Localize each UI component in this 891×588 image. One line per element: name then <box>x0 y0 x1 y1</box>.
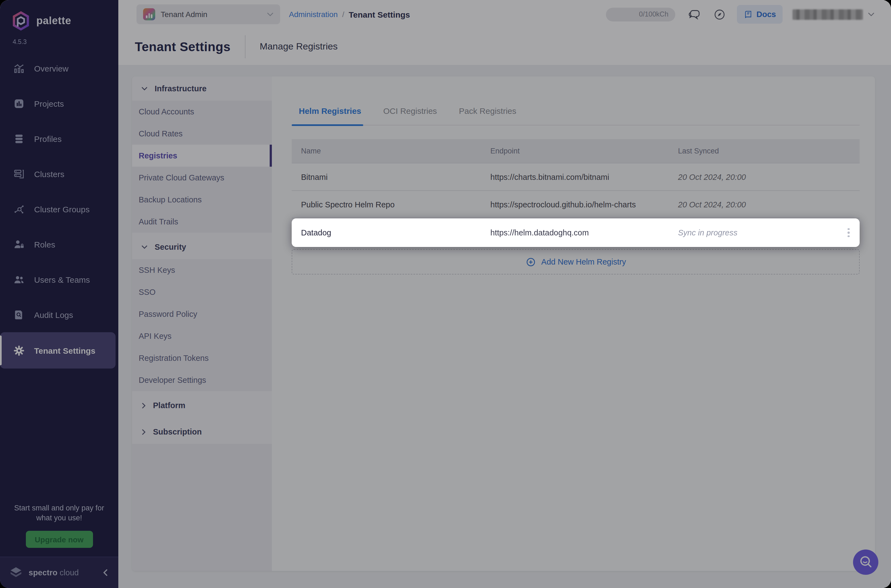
sidebar-item-label: Roles <box>34 240 55 249</box>
settings-item-registries[interactable]: Registries <box>132 145 272 166</box>
chevron-right-icon <box>141 402 146 408</box>
sidebar-footer: spectro cloud <box>0 556 118 588</box>
breadcrumb-administration-link[interactable]: Administration <box>289 10 338 19</box>
table-row[interactable]: Bitnami https://charts.bitnami.com/bitna… <box>291 164 859 191</box>
settings-item-registration-tokens[interactable]: Registration Tokens <box>132 347 272 369</box>
sidebar-item-clusters[interactable]: Clusters <box>0 156 118 191</box>
content-area: Infrastructure Cloud Accounts Cloud Rate… <box>118 65 891 588</box>
sidebar-item-label: Cluster Groups <box>34 204 90 214</box>
projects-icon <box>13 98 25 109</box>
registry-name: Public Spectro Helm Repo <box>301 200 490 209</box>
settings-item-api-keys[interactable]: API Keys <box>132 325 272 347</box>
section-security[interactable]: Security <box>132 235 272 259</box>
section-subscription[interactable]: Subscription <box>132 420 272 444</box>
spectro-cloud-brand: spectro cloud <box>29 568 79 577</box>
section-infrastructure[interactable]: Infrastructure <box>132 76 272 100</box>
registry-tabs: Helm Registries OCI Registries Pack Regi… <box>291 101 859 125</box>
section-platform[interactable]: Platform <box>132 393 272 417</box>
settings-card: Infrastructure Cloud Accounts Cloud Rate… <box>132 76 875 571</box>
page-header: Tenant Settings Manage Registries <box>118 28 891 65</box>
roles-icon <box>13 238 25 250</box>
clusters-icon <box>13 168 25 180</box>
page-subtitle: Manage Registries <box>260 41 338 52</box>
row-actions-kebab-icon[interactable] <box>846 226 852 239</box>
sidebar-item-overview[interactable]: Overview <box>0 51 118 86</box>
sidebar-collapse-icon[interactable] <box>102 569 110 576</box>
compass-icon[interactable] <box>713 8 726 21</box>
registry-name: Bitnami <box>301 172 490 181</box>
docs-label: Docs <box>756 10 776 19</box>
usage-quota-pill: 0/100kCh <box>606 8 675 21</box>
profiles-icon <box>13 133 25 144</box>
breadcrumb-separator: / <box>342 10 344 19</box>
search-icon <box>857 554 874 571</box>
search-fab[interactable] <box>853 549 878 575</box>
settings-item-cloud-rates[interactable]: Cloud Rates <box>132 123 272 145</box>
registry-last-synced: 20 Oct 2024, 20:00 <box>678 172 838 181</box>
sidebar-item-users-teams[interactable]: Users & Teams <box>0 262 118 297</box>
settings-item-sso[interactable]: SSO <box>132 281 272 303</box>
user-name-redacted <box>792 9 863 20</box>
tab-helm-registries[interactable]: Helm Registries <box>299 101 361 125</box>
upgrade-now-button[interactable]: Upgrade now <box>26 531 93 548</box>
sidebar-item-profiles[interactable]: Profiles <box>0 121 118 156</box>
add-circle-plus-icon <box>525 256 536 267</box>
sidebar: palette 4.5.3 Overview <box>0 0 118 588</box>
chevron-down-icon <box>141 86 147 91</box>
chevron-down-icon <box>267 12 273 16</box>
brand-name: palette <box>36 15 71 27</box>
settings-item-developer-settings[interactable]: Developer Settings <box>132 369 272 391</box>
settings-item-private-cloud-gateways[interactable]: Private Cloud Gateways <box>132 166 272 189</box>
settings-nav-panel: Infrastructure Cloud Accounts Cloud Rate… <box>132 76 272 571</box>
tab-pack-registries[interactable]: Pack Registries <box>459 101 516 125</box>
audit-logs-icon <box>13 309 25 320</box>
table-row-highlighted-datadog[interactable]: Datadog https://helm.datadoghq.com Sync … <box>291 218 859 247</box>
settings-item-password-policy[interactable]: Password Policy <box>132 303 272 325</box>
sidebar-item-label: Audit Logs <box>34 310 73 319</box>
tenant-admin-icon <box>143 8 155 20</box>
registry-sync-status: Sync in progress <box>678 228 838 237</box>
palette-app-window: palette 4.5.3 Overview <box>0 0 891 588</box>
docs-button[interactable]: Docs <box>737 5 783 24</box>
cluster-groups-icon <box>13 203 25 215</box>
project-scope-label: Tenant Admin <box>161 10 207 19</box>
column-name: Name <box>301 147 490 155</box>
header-divider <box>245 35 245 58</box>
add-new-helm-registry-label: Add New Helm Registry <box>541 257 626 266</box>
registry-endpoint: https://charts.bitnami.com/bitnami <box>490 172 678 181</box>
settings-item-cloud-accounts[interactable]: Cloud Accounts <box>132 100 272 123</box>
brand-logo: palette <box>11 11 118 31</box>
table-row[interactable]: Public Spectro Helm Repo https://spectro… <box>291 191 859 218</box>
sidebar-item-label: Overview <box>34 63 69 73</box>
chat-icon[interactable] <box>687 8 701 21</box>
infrastructure-items: Cloud Accounts Cloud Rates Registries Pr… <box>132 100 272 232</box>
topbar-actions: 0/100kCh <box>606 5 874 24</box>
stage: palette 4.5.3 Overview <box>0 0 891 588</box>
app-version: 4.5.3 <box>13 39 118 45</box>
settings-item-backup-locations[interactable]: Backup Locations <box>132 189 272 211</box>
sidebar-item-label: Users & Teams <box>34 275 90 284</box>
table-header: Name Endpoint Last Synced <box>291 139 859 164</box>
users-teams-icon <box>13 274 25 285</box>
sidebar-item-cluster-groups[interactable]: Cluster Groups <box>0 191 118 226</box>
upgrade-banner: Start small and only pay for what you us… <box>0 503 118 556</box>
user-menu[interactable] <box>792 9 874 20</box>
add-new-helm-registry-button[interactable]: Add New Helm Registry <box>291 249 859 274</box>
breadcrumb: Administration / Tenant Settings <box>289 10 410 19</box>
sidebar-item-audit-logs[interactable]: Audit Logs <box>0 297 118 332</box>
column-endpoint: Endpoint <box>490 147 678 155</box>
section-gap <box>132 417 272 420</box>
panel-filler <box>132 444 272 571</box>
chevron-down-icon <box>141 245 147 249</box>
sidebar-item-label: Profiles <box>34 134 62 143</box>
project-scope-selector[interactable]: Tenant Admin <box>137 4 280 24</box>
settings-item-audit-trails[interactable]: Audit Trails <box>132 211 272 232</box>
sidebar-item-tenant-settings[interactable]: Tenant Settings <box>0 332 116 369</box>
sidebar-item-label: Clusters <box>34 169 65 178</box>
registry-endpoint: https://helm.datadoghq.com <box>490 228 678 237</box>
docs-book-icon <box>743 10 753 19</box>
settings-item-ssh-keys[interactable]: SSH Keys <box>132 259 272 281</box>
tab-oci-registries[interactable]: OCI Registries <box>383 101 437 125</box>
sidebar-item-projects[interactable]: Projects <box>0 86 118 121</box>
sidebar-item-roles[interactable]: Roles <box>0 226 118 262</box>
